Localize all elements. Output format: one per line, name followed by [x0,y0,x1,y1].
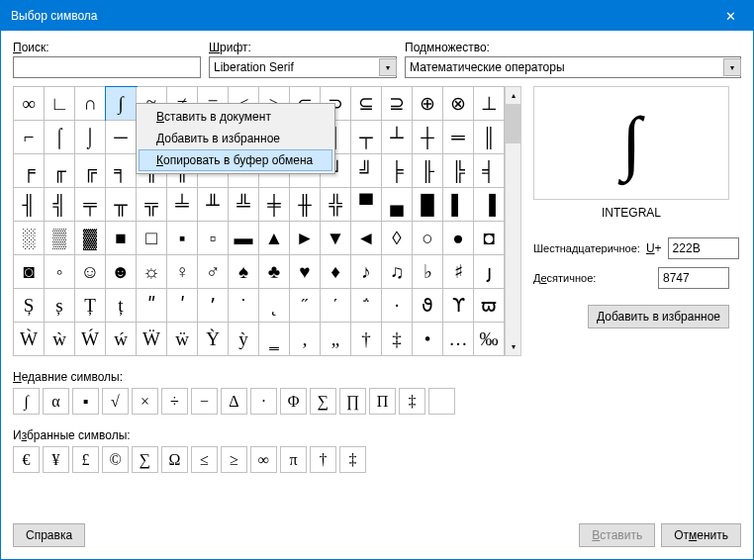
char-cell[interactable]: ░ [14,222,45,255]
char-cell[interactable]: ⊥ [474,87,505,121]
char-cell[interactable]: ╧ [167,188,198,222]
char-cell[interactable]: ▼ [321,222,351,255]
char-cell[interactable]: ♦ [321,255,351,289]
char-cell[interactable]: ⊗ [443,87,474,121]
char-chip[interactable] [428,388,455,415]
char-cell[interactable]: ☼ [137,255,167,289]
char-cell[interactable]: ⊆ [351,87,382,121]
char-chip[interactable]: √ [102,388,129,415]
char-cell[interactable]: ╬ [321,188,351,222]
char-cell[interactable]: ☻ [106,255,137,289]
char-cell[interactable]: ╡ [474,154,505,188]
char-cell[interactable]: ■ [106,222,137,255]
scroll-up-icon[interactable]: ▴ [506,87,520,104]
char-cell[interactable]: ╠ [443,154,474,188]
char-cell[interactable]: ┬ [351,121,382,154]
char-cell[interactable]: Ț [75,289,106,323]
char-cell[interactable]: ╣ [45,188,75,222]
char-cell[interactable]: ╥ [106,188,137,222]
char-cell[interactable]: ┴ [382,121,413,154]
char-chip[interactable]: Π [369,388,396,415]
char-cell[interactable]: ▄ [382,188,413,222]
char-chip[interactable]: £ [72,446,99,473]
char-chip[interactable]: · [250,388,277,415]
char-cell[interactable]: · [382,289,413,323]
char-cell[interactable]: ╞ [382,154,413,188]
hex-input[interactable] [668,237,739,259]
char-cell[interactable]: ▲ [259,222,290,255]
char-cell[interactable]: ‡ [382,323,413,356]
insert-button[interactable]: Вставить [579,523,655,547]
char-cell[interactable]: ΄ [321,289,351,323]
char-chip[interactable]: © [102,446,129,473]
char-cell[interactable]: ◊ [382,222,413,255]
grid-scrollbar[interactable]: ▴ ▾ [505,86,521,356]
char-cell[interactable]: ═ [443,121,474,154]
close-icon[interactable]: ✕ [708,1,753,31]
char-cell[interactable]: ╨ [198,188,229,222]
char-cell[interactable]: ʹ [167,289,198,323]
char-chip[interactable]: ∫ [13,388,40,415]
char-cell[interactable]: ╝ [351,154,382,188]
dec-input[interactable] [658,267,729,289]
char-cell[interactable]: ⊕ [413,87,443,121]
char-chip[interactable]: α [43,388,69,415]
char-cell[interactable]: ♂ [198,255,229,289]
char-chip[interactable]: ¥ [43,446,69,473]
char-cell[interactable]: ∫ [106,87,137,121]
scroll-thumb[interactable] [506,104,520,143]
char-chip[interactable]: ∏ [339,388,366,415]
char-cell[interactable]: ʺ [137,289,167,323]
char-cell[interactable]: Ẅ [137,323,167,356]
context-menu[interactable]: Вставить в документ Добавить в избранное… [136,103,335,174]
char-cell[interactable]: ┼ [413,121,443,154]
char-cell[interactable]: ỳ [229,323,259,356]
char-cell[interactable]: • [413,323,443,356]
char-cell[interactable]: ∩ [75,87,106,121]
char-cell[interactable]: ╕ [106,154,137,188]
char-cell[interactable]: ⌐ [14,121,45,154]
char-cell[interactable]: ● [443,222,474,255]
char-cell[interactable]: ˝ [290,289,321,323]
char-cell[interactable]: ʼ [198,289,229,323]
char-cell[interactable]: „ [321,323,351,356]
menu-insert-document[interactable]: Вставить в документ [139,106,332,128]
char-cell[interactable]: ☺ [75,255,106,289]
char-cell[interactable]: ▒ [45,222,75,255]
char-cell[interactable]: ẃ [106,323,137,356]
char-cell[interactable]: ╫ [290,188,321,222]
char-chip[interactable]: † [310,446,336,473]
char-chip[interactable]: ÷ [161,388,188,415]
char-cell[interactable]: ϑ [413,289,443,323]
char-cell[interactable]: ╢ [14,188,45,222]
char-cell[interactable]: ț [106,289,137,323]
char-cell[interactable]: ⊇ [382,87,413,121]
scroll-track[interactable] [506,104,520,338]
char-cell[interactable]: ΅ [351,289,382,323]
menu-add-favorite[interactable]: Добавить в избранное [139,128,332,149]
char-cell[interactable]: ∞ [14,87,45,121]
char-cell[interactable]: Ỳ [198,323,229,356]
char-cell[interactable]: † [351,323,382,356]
char-cell[interactable]: ▪ [167,222,198,255]
char-cell[interactable]: ♪ [351,255,382,289]
char-cell[interactable]: ⌡ [75,121,106,154]
search-input[interactable] [13,56,201,78]
char-cell[interactable]: ╩ [229,188,259,222]
char-chip[interactable]: ∞ [250,446,277,473]
char-cell[interactable]: ˙ [229,289,259,323]
char-cell[interactable]: ♭ [413,255,443,289]
char-chip[interactable]: ▪ [72,388,99,415]
char-cell[interactable]: ─ [106,121,137,154]
char-cell[interactable]: ♥ [290,255,321,289]
char-cell[interactable]: ╓ [45,154,75,188]
char-cell[interactable]: ẅ [167,323,198,356]
char-chip[interactable]: ‡ [339,446,366,473]
char-cell[interactable]: ▓ [75,222,106,255]
char-cell[interactable]: □ [137,222,167,255]
cancel-button[interactable]: Отменить [661,523,741,547]
char-chip[interactable]: Δ [221,388,247,415]
char-cell[interactable]: ╪ [259,188,290,222]
char-cell[interactable]: Ẁ [14,323,45,356]
char-cell[interactable]: ◄ [351,222,382,255]
